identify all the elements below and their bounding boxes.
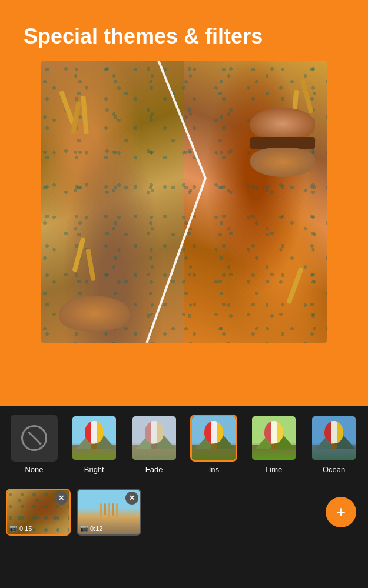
none-icon	[21, 425, 47, 451]
filter-fade-label: Fade	[145, 465, 163, 474]
filter-strip: None	[0, 406, 368, 480]
ocean-bg	[312, 416, 356, 460]
filter-ocean-label: Ocean	[323, 465, 345, 474]
lime-bg	[252, 416, 296, 460]
lime-stripe-m	[271, 421, 277, 443]
lime-stripe-l	[264, 421, 271, 443]
balloon-body	[85, 421, 104, 443]
filter-lime[interactable]: Lime	[246, 415, 302, 474]
ocean-balloon-body	[324, 421, 343, 443]
photo-composite	[41, 61, 327, 343]
filter-ins-label: Ins	[209, 465, 219, 474]
fade-stripe-m	[151, 421, 157, 443]
ocean-balloon	[312, 416, 356, 460]
bright-balloon	[72, 416, 116, 460]
timeline-strip: ✕ 📷 0:15 ✕	[0, 483, 368, 542]
ins-basket	[211, 444, 217, 449]
header: Special themes & filters	[0, 0, 368, 61]
clip1-duration-text: 0:15	[19, 525, 32, 532]
spire-4	[112, 503, 114, 516]
filter-none[interactable]: None	[6, 415, 62, 474]
fade-stripe-l	[145, 421, 151, 443]
add-icon: +	[336, 503, 346, 522]
filter-ocean[interactable]: Ocean	[306, 415, 362, 474]
burger-bottom-bun-right	[250, 148, 315, 177]
filter-lime-thumb	[250, 415, 297, 462]
stripe-left	[85, 421, 91, 443]
filter-fade[interactable]: Fade	[126, 415, 183, 474]
spire-1	[100, 503, 102, 518]
filter-ocean-thumb	[310, 415, 357, 462]
ocean-basket	[331, 444, 337, 449]
filter-bright-label: Bright	[84, 465, 104, 474]
page-title: Special themes & filters	[24, 24, 344, 49]
fade-basket	[151, 444, 157, 449]
clip2-duration: 📷 0:12	[80, 524, 102, 532]
ins-balloon	[192, 416, 236, 460]
filter-bright-thumb	[71, 415, 118, 462]
clip2-remove-button[interactable]: ✕	[125, 492, 138, 505]
ins-stripe-m	[211, 421, 217, 443]
fade-bg	[132, 416, 176, 460]
ins-bg	[192, 416, 236, 460]
lime-basket	[271, 444, 277, 449]
spires-container	[100, 503, 118, 521]
spire-3	[108, 503, 110, 521]
filter-fade-thumb	[131, 415, 178, 462]
timeline-clip-2[interactable]: ✕ 📷 0:12	[77, 489, 141, 536]
timeline-clip-1[interactable]: ✕ 📷 0:15	[6, 489, 71, 536]
lime-balloon-body	[264, 421, 283, 443]
filter-bright[interactable]: Bright	[66, 415, 122, 474]
bright-bg	[72, 416, 116, 460]
filter-none-label: None	[25, 465, 43, 474]
filter-ins[interactable]: Ins	[185, 415, 242, 474]
ins-stripe-l	[204, 421, 211, 443]
lime-balloon	[252, 416, 296, 460]
app-background: Special themes & filters	[0, 0, 368, 588]
spire-5	[116, 503, 118, 518]
basket	[91, 444, 97, 449]
fade-balloon-body	[145, 421, 164, 443]
stripe-mid	[91, 421, 97, 443]
main-image	[41, 61, 327, 343]
clip1-duration: 📷 0:15	[9, 524, 32, 532]
add-clip-button[interactable]: +	[326, 497, 356, 527]
fade-balloon	[132, 416, 176, 460]
controls-area: None	[0, 406, 368, 588]
filter-ins-thumb	[190, 415, 237, 462]
ocean-stripe-m	[331, 421, 337, 443]
ins-balloon-body	[204, 421, 223, 443]
filter-lime-label: Lime	[266, 465, 282, 474]
ocean-stripe-l	[324, 421, 331, 443]
burger-bun-right	[250, 108, 315, 140]
clip1-video-icon: 📷	[9, 524, 18, 532]
clip1-remove-button[interactable]: ✕	[55, 492, 68, 505]
clip2-duration-text: 0:12	[90, 525, 102, 532]
burger-patty-right	[250, 137, 315, 149]
burger-bun-left	[59, 296, 130, 331]
clip2-video-icon: 📷	[80, 524, 88, 532]
filter-none-thumb	[11, 415, 58, 462]
spire-2	[104, 503, 106, 515]
